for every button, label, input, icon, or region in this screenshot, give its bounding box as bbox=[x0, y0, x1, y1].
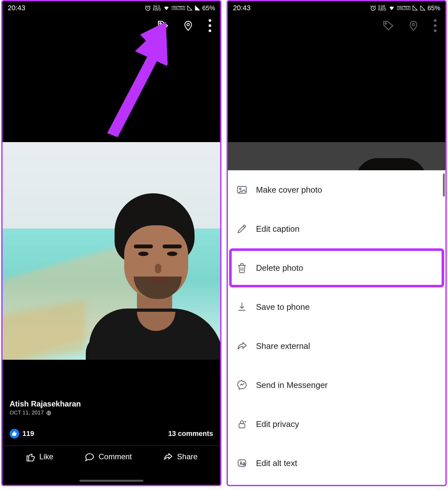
messenger-icon bbox=[236, 379, 248, 391]
like-button[interactable]: Like bbox=[25, 452, 53, 462]
menu-make-cover[interactable]: Make cover photo bbox=[228, 170, 445, 209]
battery-level: 65% bbox=[428, 4, 440, 12]
svg-point-12 bbox=[240, 188, 241, 190]
photo-content[interactable] bbox=[3, 142, 220, 360]
comments-count[interactable]: 13 comments bbox=[168, 430, 213, 438]
svg-point-2 bbox=[187, 23, 189, 26]
menu-edit-alt-text[interactable]: Edit alt text bbox=[228, 444, 445, 483]
menu-edit-caption[interactable]: Edit caption bbox=[228, 209, 445, 248]
scrollbar[interactable] bbox=[443, 173, 445, 197]
wifi-icon bbox=[388, 5, 395, 11]
menu-delete-photo[interactable]: Delete photo bbox=[228, 248, 445, 287]
home-indicator[interactable] bbox=[79, 480, 143, 482]
likes-count[interactable]: 119 bbox=[10, 429, 34, 438]
data-speed: 34.0KB/S bbox=[153, 5, 161, 11]
photo-toolbar bbox=[3, 15, 220, 36]
image-icon bbox=[236, 184, 248, 196]
pencil-icon bbox=[236, 223, 248, 235]
svg-point-1 bbox=[160, 23, 161, 24]
tag-icon bbox=[382, 19, 395, 32]
more-menu-button[interactable] bbox=[207, 18, 213, 33]
signal-icon-1 bbox=[412, 5, 418, 11]
location-icon bbox=[408, 19, 419, 32]
more-menu-button bbox=[432, 18, 438, 33]
menu-save-to-phone[interactable]: Save to phone bbox=[228, 287, 445, 326]
alarm-icon bbox=[370, 5, 376, 11]
signal-icon-2 bbox=[195, 5, 200, 11]
data-speed: 0.68KB/S bbox=[378, 5, 386, 11]
lte-badge: VoLTE2 bbox=[172, 6, 185, 10]
lte-badge: VoLTE2 bbox=[397, 6, 410, 10]
svg-marker-3 bbox=[107, 22, 167, 137]
share-arrow-icon bbox=[236, 340, 248, 352]
lock-icon bbox=[236, 418, 248, 430]
share-button[interactable]: Share bbox=[163, 452, 197, 462]
post-author[interactable]: Atish Rajasekharan bbox=[10, 399, 213, 408]
trash-icon bbox=[236, 262, 248, 274]
alt-text-icon bbox=[236, 457, 248, 469]
download-icon bbox=[236, 301, 248, 313]
post-info: Atish Rajasekharan OCT 11, 2017 119 13 c… bbox=[3, 399, 220, 468]
menu-edit-privacy[interactable]: Edit privacy bbox=[228, 405, 445, 444]
svg-point-9 bbox=[385, 23, 387, 24]
alarm-icon bbox=[145, 5, 151, 11]
globe-icon bbox=[46, 410, 52, 416]
menu-share-external[interactable]: Share external bbox=[228, 326, 445, 365]
like-icon bbox=[10, 429, 19, 438]
options-sheet: Make cover photo Edit caption Delete pho… bbox=[228, 170, 445, 485]
location-icon[interactable] bbox=[182, 19, 194, 32]
post-date[interactable]: OCT 11, 2017 bbox=[10, 410, 213, 416]
signal-icon-1 bbox=[187, 5, 193, 11]
annotation-arrow bbox=[102, 22, 169, 138]
battery-level: 65% bbox=[202, 4, 215, 12]
signal-icon-2 bbox=[420, 5, 426, 11]
tag-icon[interactable] bbox=[157, 19, 170, 32]
photo-toolbar-dimmed bbox=[228, 15, 445, 36]
menu-send-messenger[interactable]: Send in Messenger bbox=[228, 365, 445, 405]
status-time: 20:43 bbox=[233, 4, 251, 12]
screenshot-left: 20:43 34.0KB/S VoLTE2 65% bbox=[1, 0, 221, 486]
wifi-icon bbox=[163, 5, 170, 11]
status-bar: 20:43 34.0KB/S VoLTE2 65% bbox=[3, 1, 220, 15]
comment-button[interactable]: Comment bbox=[84, 452, 132, 462]
status-bar: 20:43 0.68KB/S VoLTE2 65% bbox=[228, 1, 445, 15]
svg-rect-13 bbox=[239, 424, 245, 428]
status-time: 20:43 bbox=[8, 4, 25, 12]
svg-point-10 bbox=[412, 23, 415, 26]
screenshot-right: 20:43 0.68KB/S VoLTE2 65% Make cover pho bbox=[227, 0, 447, 486]
